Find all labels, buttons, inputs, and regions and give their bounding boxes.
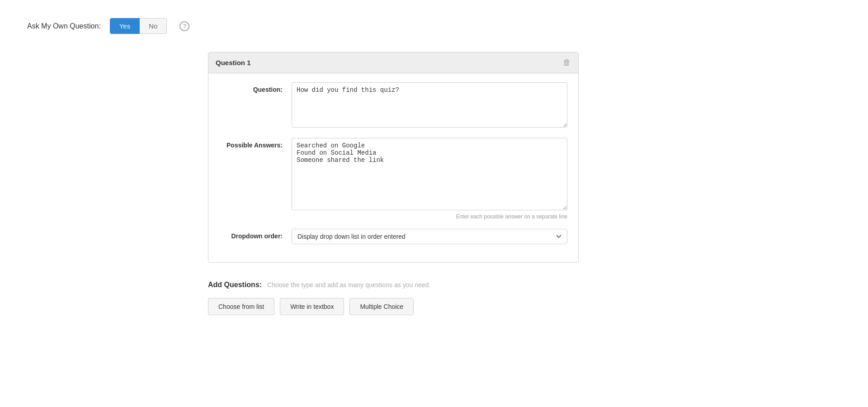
answers-hint: Enter each possible answer on a separate… <box>292 213 567 220</box>
question-textarea[interactable]: How did you find this quiz? <box>292 82 567 128</box>
dropdown-row: Dropdown order: Display drop down list i… <box>219 229 567 244</box>
question-card-title: Question 1 <box>216 59 251 66</box>
question-card-header: Question 1 🗑 <box>208 52 578 73</box>
add-buttons-row: Choose from list Write in textbox Multip… <box>208 298 579 315</box>
add-questions-section: Add Questions: Choose the type and add a… <box>208 281 579 315</box>
question-label: Question: <box>219 82 292 93</box>
dropdown-select[interactable]: Display drop down list in order entered … <box>292 229 567 244</box>
dropdown-field-wrapper: Display drop down list in order entered … <box>292 229 567 244</box>
answers-field-wrapper: Searched on Google Found on Social Media… <box>292 138 567 220</box>
question-card: Question 1 🗑 Question: How did you find … <box>208 52 579 263</box>
add-questions-hint: Choose the type and add as many question… <box>267 281 430 289</box>
add-questions-row: Add Questions: Choose the type and add a… <box>208 281 579 289</box>
question-card-body: Question: How did you find this quiz? Po… <box>208 73 578 262</box>
dropdown-label: Dropdown order: <box>219 229 292 240</box>
question-field-wrapper: How did you find this quiz? <box>292 82 567 129</box>
answers-label: Possible Answers: <box>219 138 292 149</box>
answers-row: Possible Answers: Searched on Google Fou… <box>219 138 567 220</box>
add-questions-label: Add Questions: <box>208 281 262 289</box>
choose-from-list-button[interactable]: Choose from list <box>208 298 274 315</box>
no-button[interactable]: No <box>140 18 167 34</box>
help-icon[interactable]: ? <box>179 21 189 31</box>
question-row: Question: How did you find this quiz? <box>219 82 567 129</box>
write-in-textbox-button[interactable]: Write in textbox <box>280 298 344 315</box>
delete-icon[interactable]: 🗑 <box>563 58 571 67</box>
ask-own-label: Ask My Own Question: <box>27 22 101 30</box>
ask-own-row: Ask My Own Question: Yes No ? <box>27 18 841 34</box>
yes-button[interactable]: Yes <box>110 18 140 34</box>
toggle-group: Yes No <box>110 18 167 34</box>
multiple-choice-button[interactable]: Multiple Choice <box>349 298 414 315</box>
answers-textarea[interactable]: Searched on Google Found on Social Media… <box>292 138 567 210</box>
